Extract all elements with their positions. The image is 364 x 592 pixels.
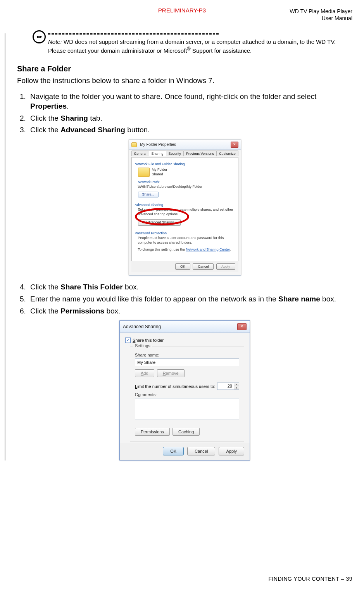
permissions-button[interactable]: Permissions: [135, 428, 170, 436]
folder-icon: [131, 142, 137, 147]
preliminary-label: PRELIMINARY-P3: [158, 7, 206, 14]
note-label: Note:: [48, 38, 62, 45]
apply-button[interactable]: Apply: [216, 263, 235, 270]
tab-customize[interactable]: Customize: [216, 151, 238, 156]
share-button[interactable]: Share...: [138, 192, 159, 198]
product-line1: WD TV Play Media Player: [290, 8, 352, 14]
figure-1: My Folder Properties ✕ General Sharing S…: [17, 140, 352, 275]
advanced-sharing-dialog: Advanced Sharing ✕ ✓ Share this folder S…: [119, 320, 250, 460]
tabs: General Sharing Security Previous Versio…: [131, 151, 238, 156]
comments-textarea[interactable]: [135, 398, 239, 419]
spinner-down[interactable]: ▼: [234, 386, 239, 389]
share-folder-checkbox-row: ✓ Share this folder: [125, 338, 244, 343]
page-footer: FINDING YOUR CONTENT – 39: [268, 576, 352, 582]
dialog2-titlebar: Advanced Sharing ✕: [120, 321, 250, 333]
close-button[interactable]: ✕: [237, 323, 247, 330]
dashed-line: [48, 33, 219, 35]
step-5: Enter the name you would like this folde…: [28, 294, 352, 304]
folder-large-icon: [138, 168, 150, 177]
content-column: Note: WD does not support streaming from…: [5, 33, 352, 460]
ok-button[interactable]: OK: [163, 447, 184, 455]
properties-dialog: My Folder Properties ✕ General Sharing S…: [129, 140, 241, 275]
sharename-input[interactable]: My Share: [135, 358, 239, 366]
dialog-footer: OK Cancel Apply: [131, 261, 238, 272]
adv-desc: Set custom permissions, create multiple …: [138, 208, 235, 216]
dialog2-footer: OK Cancel Apply: [120, 443, 250, 460]
product-title: WD TV Play Media Player User Manual: [290, 8, 352, 22]
folder-info: My Folder Shared: [152, 168, 167, 177]
comments-label: Comments:: [135, 392, 239, 397]
share-folder-label: Share this folder: [133, 338, 164, 343]
settings-group-label: Settings: [133, 343, 152, 348]
steps-list-2: Click the Share This Folder box. Enter t…: [17, 282, 352, 316]
figure-2: Advanced Sharing ✕ ✓ Share this folder S…: [17, 320, 352, 460]
intro-text: Follow the instructions below to share a…: [17, 76, 352, 85]
group-pwd-label: Password Protection: [135, 231, 235, 235]
footer-section: FINDING YOUR CONTENT –: [268, 576, 346, 582]
cancel-button[interactable]: Cancel: [187, 447, 215, 455]
pwd-link-line: To change this setting, use the Network …: [138, 248, 235, 252]
section-title: Share a Folder: [17, 64, 352, 73]
pwd-text: People must have a user account and pass…: [138, 236, 235, 245]
dialog-titlebar: My Folder Properties ✕: [129, 140, 241, 150]
netpath-label: Network Path:: [138, 180, 235, 185]
ok-button[interactable]: OK: [175, 263, 190, 270]
page-header: PRELIMINARY-P3 WD TV Play Media Player U…: [12, 8, 352, 22]
limit-value: 20: [217, 383, 234, 389]
page: PRELIMINARY-P3 WD TV Play Media Player U…: [0, 0, 364, 590]
note-icon: [33, 30, 46, 43]
remove-button[interactable]: Remove: [157, 369, 185, 377]
netpath-value: \\WIN7\Users\bbrewer\Desktop\My Folder: [138, 185, 235, 189]
network-center-link[interactable]: Network and Sharing Center: [186, 248, 230, 251]
step-6: Click the Permissions box.: [28, 306, 352, 316]
tab-sharing[interactable]: Sharing: [149, 151, 166, 156]
tab-panel: Network File and Folder Sharing My Folde…: [131, 157, 238, 261]
footer-page: 39: [346, 576, 352, 582]
apply-button[interactable]: Apply: [219, 447, 244, 455]
add-button[interactable]: Add: [135, 369, 154, 377]
dialog2-title-text: Advanced Sharing: [123, 324, 161, 329]
cancel-button[interactable]: Cancel: [193, 263, 214, 270]
tab-general[interactable]: General: [131, 151, 149, 156]
note-text: Note: WD does not support streaming from…: [48, 38, 352, 55]
product-line2: User Manual: [322, 15, 352, 21]
spinner-buttons: ▲ ▼: [234, 383, 239, 389]
limit-label: Limit the number of simultaneous users t…: [135, 384, 215, 389]
limit-row: Limit the number of simultaneous users t…: [135, 383, 239, 390]
step-3: Click the Advanced Sharing button.: [28, 125, 352, 135]
advanced-sharing-button[interactable]: 🛡 Advanced Sharing...: [138, 219, 181, 226]
note-block: Note: WD does not support streaming from…: [33, 33, 352, 55]
limit-spinner[interactable]: 20 ▲ ▼: [217, 383, 239, 390]
group-nfs-label: Network File and Folder Sharing: [135, 162, 235, 166]
registered-mark: ®: [187, 46, 190, 52]
sharename-label: Share name:: [135, 353, 239, 357]
steps-list: Navigate to the folder you want to share…: [17, 92, 352, 135]
step-4: Click the Share This Folder box.: [28, 282, 352, 292]
caching-button[interactable]: Caching: [173, 428, 200, 436]
group-adv-label: Advanced Sharing: [135, 203, 235, 207]
settings-group: Settings Share name: My Share Add Remove…: [130, 346, 244, 441]
tab-previous[interactable]: Previous Versions: [183, 151, 217, 156]
note-text-2: Support for assistance.: [191, 47, 252, 54]
spinner-up[interactable]: ▲: [234, 383, 239, 386]
tab-security[interactable]: Security: [166, 151, 184, 156]
step-1: Navigate to the folder you want to share…: [28, 92, 352, 111]
share-folder-checkbox[interactable]: ✓: [125, 338, 131, 343]
close-button[interactable]: ✕: [231, 142, 238, 148]
dialog-title-text: My Folder Properties: [140, 142, 176, 147]
step-2: Click the Sharing tab.: [28, 114, 352, 123]
